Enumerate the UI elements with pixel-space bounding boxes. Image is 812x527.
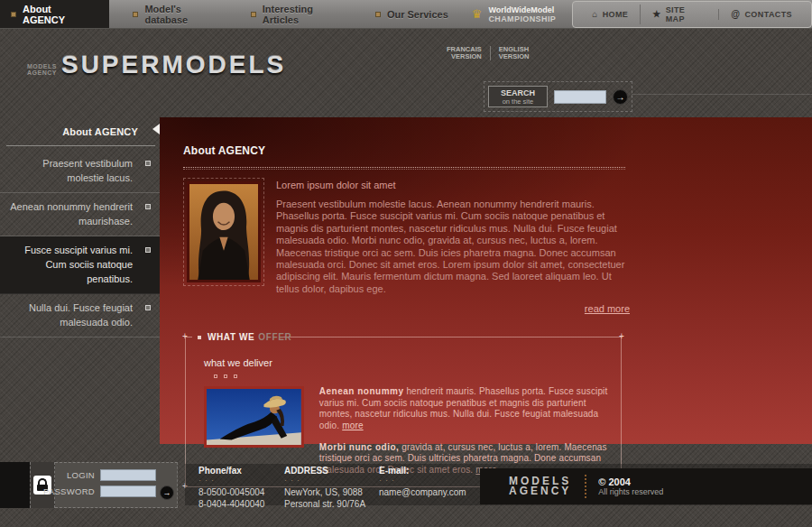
nav-bullet-icon [12,13,15,16]
logo-title: SUPERMODELS [61,54,286,76]
page-title: About AGENCY [183,144,812,157]
nav-item-label: Interesting Articles [263,4,352,25]
square-bullet-icon [145,305,151,310]
nav-tab-about-agency[interactable]: About AGENCY [0,0,109,28]
search-label: SEARCH on the site [488,86,548,107]
search-label-line1: SEARCH [489,88,547,97]
sidebar-menu: Praesent vestibulum molestie lacus. Aene… [0,150,160,337]
copyright-year: © 2004 [598,476,663,487]
quicklinks-bar: ⌂ HOME ★ SITE MAP @ CONTACTS [572,1,812,28]
nav-item-label: Our Services [387,9,448,20]
lang-english[interactable]: ENGLISH VERSION [491,46,538,60]
dots-decoration: ··· [379,477,466,484]
dots-decoration: ··· [284,477,365,484]
header-divider-line [632,94,812,95]
language-switcher: FRANCAIS VERSION ENGLISH VERSION [438,46,538,60]
offer-title-muted: OFFER [258,332,291,342]
supermodels-page: About AGENCY Model's database Interestin… [0,0,812,527]
site-search: SEARCH on the site → [484,81,632,112]
square-bullet-icon [145,161,151,166]
sidebar-item-nulla[interactable]: Nulla dui. Fusce feugiat malesuada odio. [0,294,160,337]
quicklink-home[interactable]: ⌂ HOME [580,9,640,20]
lang-francais[interactable]: FRANCAIS VERSION [438,46,491,60]
quicklink-label: SITE MAP [666,5,707,23]
sidebar-item-label: Fusce suscipit varius mi. Cum sociis nat… [24,245,133,284]
offer-block-lead: Aenean nonummy [319,386,404,396]
nav-item-models-database[interactable]: Model's database [134,0,226,28]
phone-title: Phone/fax [198,466,264,476]
sitemap-icon: ★ [652,10,660,19]
footer-left-block [0,462,30,508]
password-label: PASSWORD [43,486,95,496]
footer-phone-column: Phone/fax ··· 8-0500-0045004 8-0404-4040… [198,466,264,510]
login-lock-cell [30,462,55,508]
login-panel: LOGIN PASSWORD → [55,462,178,508]
footer-address-column: ADDRESS ··· NewYork, US, 9088 Personal s… [284,466,365,510]
dotted-divider-vertical [585,475,586,498]
nav-item-our-services[interactable]: Our Services [376,0,448,28]
top-navigation: About AGENCY Model's database Interestin… [0,0,812,29]
nav-item-interesting-articles[interactable]: Interesting Articles [252,0,352,28]
dotted-divider [183,167,625,170]
read-more-link[interactable]: read more [276,303,630,314]
email-title: E-mail: [379,466,466,476]
login-submit-button[interactable]: → [160,485,174,500]
logo-small-line2: AGENCY [27,69,57,76]
offer-title: WHAT WE OFFER [198,332,291,342]
nav-bullet-icon [252,13,255,16]
quicklink-contacts[interactable]: @ CONTACTS [718,9,804,20]
footer-brand-logo: MODELS AGENCY [509,476,571,496]
offer-block-1: Aenean nonummy hendrerit mauris. Phasell… [319,386,608,431]
about-article: Lorem ipsum dolor sit amet Praesent vest… [183,178,812,314]
email-address[interactable]: name@company.com [379,486,466,498]
crown-icon: ♛ [472,8,483,20]
championship-line2: CHAMPIONSHIP [488,14,556,23]
more-link[interactable]: more [342,421,363,430]
password-input[interactable] [100,485,156,497]
sidebar-item-label: Aenean nonummy hendrerit maurishase. [10,201,133,227]
quicklink-label: CONTACTS [744,10,792,19]
article-heading: Lorem ipsum dolor sit amet [276,180,630,190]
footer: LOGIN PASSWORD → Phone/fax ··· 8-0500-00… [0,444,812,527]
corner-mark-icon: + [618,333,625,340]
nav-tab-label: About AGENCY [23,4,96,25]
offer-dots [214,374,608,378]
championship-banner[interactable]: ♛ WorldWideModel CHAMPIONSHIP [472,0,556,28]
offer-border-segment [281,337,621,337]
square-bullet-icon [198,336,201,339]
quicklink-site-map[interactable]: ★ SITE MAP [640,5,718,24]
lang-label: VERSION [499,53,530,60]
footer-brand-bar: MODELS AGENCY © 2004 All rights reserved [480,468,812,504]
photo-frame [183,178,264,286]
site-logo: MODELS AGENCY SUPERMODELS [27,54,286,76]
login-label: LOGIN [67,470,95,480]
brand-line2: AGENCY [509,486,571,496]
login-input[interactable] [100,469,156,481]
search-label-line2: on the site [489,97,547,106]
logo-small-line1: MODELS [27,63,57,69]
sidebar-item-praesent[interactable]: Praesent vestibulum molestie lacus. [0,150,160,193]
sidebar-item-aenean[interactable]: Aenean nonummy hendrerit maurishase. [0,193,160,236]
address-line: Personal str. 90/76A [284,498,365,510]
square-bullet-icon [145,247,151,253]
quicklink-label: HOME [603,10,629,19]
offer-subtitle: what we deliver [204,357,608,368]
rights-reserved: All rights reserved [598,487,663,497]
at-icon: @ [731,10,740,19]
sidebar-item-label: Nulla dui. Fusce feugiat malesuada odio. [29,302,133,328]
search-input[interactable] [554,90,606,104]
lang-label: VERSION [447,53,482,60]
square-bullet-icon [214,374,217,378]
search-go-button[interactable]: → [613,89,628,105]
square-bullet-icon [145,204,151,209]
sidebar-item-fusce-active[interactable]: Fusce suscipit varius mi. Cum sociis nat… [0,236,160,294]
sidebar: About AGENCY Praesent vestibulum molesti… [0,117,160,337]
sidebar-title: About AGENCY [0,126,160,137]
sidebar-rule [6,145,155,146]
square-bullet-icon [224,374,227,378]
nav-bullet-icon [376,13,380,16]
model-photo-cowgirl [204,386,304,448]
corner-mark-icon: + [181,333,189,340]
nav-item-label: Model's database [144,4,226,25]
address-line: NewYork, US, 9088 [284,486,365,498]
